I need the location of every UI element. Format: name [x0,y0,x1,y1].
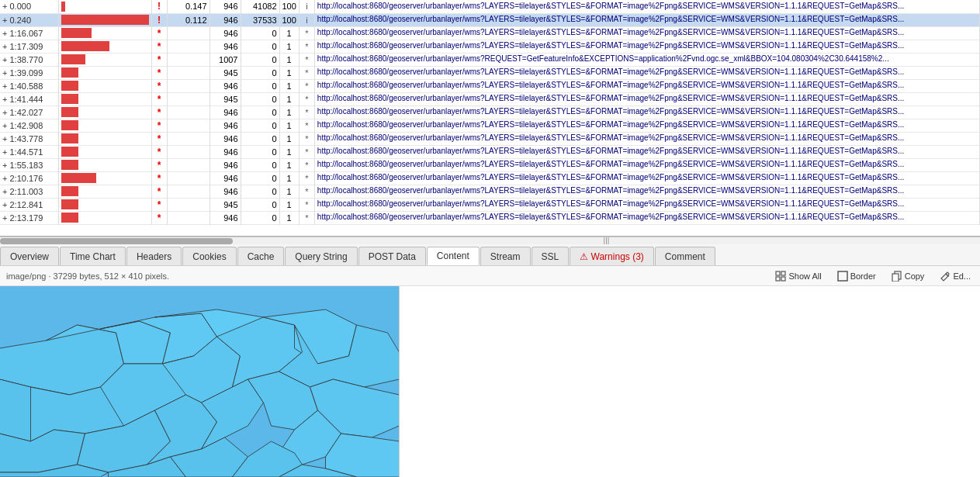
v3-cell: 0 [241,171,279,185]
table-row[interactable]: + 1:42.027 * 946 0 1 * http://localhost:… [0,105,980,119]
v1-cell [167,119,210,132]
warn-cell: * [151,66,167,79]
v2-cell: 946 [210,132,241,145]
v2-cell: 946 [210,13,241,26]
url-cell: http://localhost:8680/geoserver/urbanlay… [314,66,979,79]
status-cell: 1 [279,26,299,40]
svg-rect-3 [781,277,785,281]
time-cell: + 1:17.309 [0,40,58,53]
show-all-button[interactable]: Show All [772,269,824,283]
table-row[interactable]: + 1:16.067 * 946 0 1 * http://localhost:… [0,26,980,40]
status-cell: 1 [279,185,299,198]
tab-bar: OverviewTime ChartHeadersCookiesCacheQue… [0,244,980,266]
tab-time-chart[interactable]: Time Chart [60,247,126,265]
table-row[interactable]: + 1:41.444 * 945 0 1 * http://localhost:… [0,92,980,105]
horizontal-scrollbar[interactable]: ||| [0,237,980,244]
table-row[interactable]: + 1:40.588 * 946 0 1 * http://localhost:… [0,79,980,92]
table-row[interactable]: + 2:13.179 * 946 0 1 * http://localhost:… [0,211,980,224]
status-cell: 1 [279,158,299,171]
v3-cell: 0 [241,211,279,224]
time-cell: + 2:11.003 [0,185,58,198]
v3-cell: 0 [241,198,279,211]
bar-cell [58,145,151,158]
time-cell: + 0.000 [0,0,58,13]
border-button[interactable]: Border [834,269,879,283]
table-row[interactable]: + 1:43.778 * 946 0 1 * http://localhost:… [0,132,980,145]
v2-cell: 945 [210,198,241,211]
tab---warnings--3-[interactable]: ⚠ Warnings (3) [570,247,654,265]
tab-headers[interactable]: Headers [126,247,182,265]
tab-query-string[interactable]: Query String [285,247,357,265]
v3-cell: 0 [241,92,279,105]
status-cell: 100 [279,13,299,26]
warn-cell: * [151,119,167,132]
v1-cell: 0.147 [167,0,210,13]
info-cell: i [299,13,314,26]
edit-icon [940,271,951,282]
time-cell: + 1:42.027 [0,105,58,119]
status-cell: 100 [279,0,299,13]
status-cell: 1 [279,40,299,53]
v1-cell [167,158,210,171]
bar-cell [58,198,151,211]
v2-cell: 946 [210,0,241,13]
edit-button[interactable]: Ed... [937,269,974,283]
table-row[interactable]: + 2:10.176 * 946 0 1 * http://localhost:… [0,171,980,185]
svg-rect-1 [781,271,785,275]
table-row[interactable]: + 1:44.571 * 946 0 1 * http://localhost:… [0,145,980,158]
url-cell: http://localhost:8680/geoserver/urbanlay… [314,13,979,26]
scroll-indicator: ||| [233,237,980,244]
v2-cell: 946 [210,185,241,198]
info-cell: * [299,132,314,145]
table-row[interactable]: + 1:17.309 * 946 0 1 * http://localhost:… [0,40,980,53]
tab-comment[interactable]: Comment [655,247,715,265]
tab-stream[interactable]: Stream [480,247,531,265]
v2-cell: 946 [210,211,241,224]
bar-cell [58,13,151,26]
v2-cell: 946 [210,119,241,132]
v1-cell [167,198,210,211]
network-table-area: + 0.000 ! 0.147 946 41082 100 i http://l… [0,0,980,237]
bar-cell [58,132,151,145]
scrollbar-thumb[interactable] [0,238,233,244]
table-row[interactable]: + 1:39.099 * 945 0 1 * http://localhost:… [0,66,980,79]
status-cell: 1 [279,92,299,105]
info-cell: * [299,185,314,198]
table-row[interactable]: + 1:55.183 * 946 0 1 * http://localhost:… [0,158,980,171]
show-all-icon [775,271,786,282]
warn-cell: * [151,211,167,224]
copy-button[interactable]: Copy [888,269,928,283]
table-row[interactable]: + 2:11.003 * 946 0 1 * http://localhost:… [0,185,980,198]
tab-post-data[interactable]: POST Data [358,247,426,265]
tab-cookies[interactable]: Cookies [182,247,236,265]
time-cell: + 1:44.571 [0,145,58,158]
v3-cell: 0 [241,158,279,171]
tab-content[interactable]: Content [427,247,480,265]
table-row[interactable]: + 2:12.841 * 945 0 1 * http://localhost:… [0,198,980,211]
network-table: + 0.000 ! 0.147 946 41082 100 i http://l… [0,0,980,225]
v3-cell: 0 [241,132,279,145]
tab-cache[interactable]: Cache [237,247,285,265]
table-row[interactable]: + 0.000 ! 0.147 946 41082 100 i http://l… [0,0,980,13]
bar-cell [58,66,151,79]
table-row[interactable]: + 0.240 ! 0.112 946 37533 100 i http://l… [0,13,980,26]
v3-cell: 0 [241,185,279,198]
v3-cell: 0 [241,105,279,119]
time-cell: + 1:39.099 [0,66,58,79]
info-cell: * [299,211,314,224]
tab-overview[interactable]: Overview [0,247,59,265]
v2-cell: 1007 [210,53,241,66]
time-cell: + 1:42.908 [0,119,58,132]
table-row[interactable]: + 1:42.908 * 946 0 1 * http://localhost:… [0,119,980,132]
bar-cell [58,40,151,53]
v2-cell: 946 [210,158,241,171]
svg-rect-4 [838,271,847,281]
tab-ssl[interactable]: SSL [532,247,570,265]
table-row[interactable]: + 1:38.770 * 1007 0 1 * http://localhost… [0,53,980,66]
warn-cell: * [151,105,167,119]
bar-cell [58,79,151,92]
content-info: image/png · 37299 bytes, 512 × 410 pixel… [6,271,763,281]
url-cell: http://localhost:8680/geoserver/urbanlay… [314,40,979,53]
info-cell: * [299,40,314,53]
url-cell: http://localhost:8680/geoserver/urbanlay… [314,211,979,224]
